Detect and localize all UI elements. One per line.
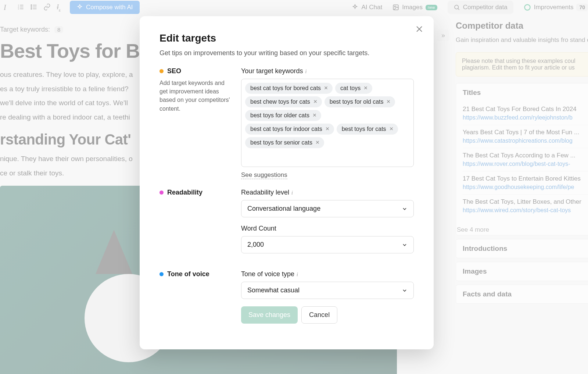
keyword-tag: best cat toys for bored cats: [245, 83, 333, 94]
tone-type-label: Tone of voice type: [241, 270, 294, 278]
remove-tag-icon[interactable]: [312, 113, 318, 118]
word-count-label: Word Count: [241, 225, 276, 232]
remove-tag-icon[interactable]: [325, 127, 330, 132]
remove-tag-icon[interactable]: [313, 99, 318, 104]
remove-tag-icon[interactable]: [363, 86, 369, 91]
keyword-tag: best toys for cats: [337, 124, 398, 135]
edit-targets-modal: Edit targets Get tips on improvements to…: [140, 16, 434, 349]
modal-subtitle: Get tips on improvements to your writing…: [159, 49, 414, 57]
chevron-down-icon: [402, 206, 408, 212]
see-suggestions-link[interactable]: See suggestions: [241, 171, 287, 179]
chevron-down-icon: [402, 242, 408, 248]
remove-tag-icon[interactable]: [324, 86, 329, 91]
word-count-select[interactable]: 2,000: [241, 236, 414, 253]
close-icon[interactable]: [414, 24, 425, 35]
keyword-tag-label: best cat toys for indoor cats: [250, 126, 322, 132]
info-icon[interactable]: i: [305, 69, 310, 74]
tone-select[interactable]: Somewhat casual: [241, 282, 414, 299]
keyword-tag-label: best toys for senior cats: [250, 139, 312, 146]
remove-tag-icon[interactable]: [389, 127, 394, 132]
tone-heading: Tone of voice: [167, 270, 209, 278]
seo-description: Add target keywords and get improvement …: [159, 79, 233, 113]
keyword-tag-label: best toys for old cats: [330, 99, 384, 105]
remove-tag-icon[interactable]: [315, 140, 320, 145]
keyword-tag-label: best toys for older cats: [250, 112, 309, 119]
keyword-tag-label: best toys for cats: [342, 126, 386, 132]
remove-tag-icon[interactable]: [386, 99, 391, 104]
keyword-tag: cat toys: [335, 83, 372, 94]
readability-dot-icon: [159, 190, 164, 195]
modal-title: Edit targets: [159, 32, 414, 44]
tone-dot-icon: [159, 272, 164, 276]
chevron-down-icon: [402, 288, 408, 293]
keyword-tag: best toys for senior cats: [245, 137, 324, 148]
keyword-tag: best toys for older cats: [245, 110, 321, 121]
keyword-tag-label: best chew toys for cats: [250, 99, 310, 105]
keyword-tag: best chew toys for cats: [245, 96, 322, 107]
cancel-button[interactable]: Cancel: [301, 306, 337, 324]
info-icon[interactable]: i: [297, 272, 302, 277]
keyword-tag-label: cat toys: [340, 85, 361, 92]
save-button[interactable]: Save changes: [241, 306, 298, 324]
keyword-tag-label: best cat toys for bored cats: [250, 85, 321, 92]
info-icon[interactable]: i: [291, 190, 297, 195]
readability-select[interactable]: Conversational language: [241, 200, 414, 217]
seo-heading: SEO: [167, 67, 181, 75]
readability-heading: Readability: [167, 189, 202, 196]
readability-level-label: Readability level: [241, 189, 289, 196]
keyword-tag: best toys for old cats: [325, 96, 395, 107]
keywords-input[interactable]: best cat toys for bored catscat toysbest…: [241, 79, 414, 167]
seo-dot-icon: [159, 69, 164, 73]
target-keywords-label: Your target keywords: [241, 67, 303, 75]
keyword-tag: best cat toys for indoor cats: [245, 124, 334, 135]
